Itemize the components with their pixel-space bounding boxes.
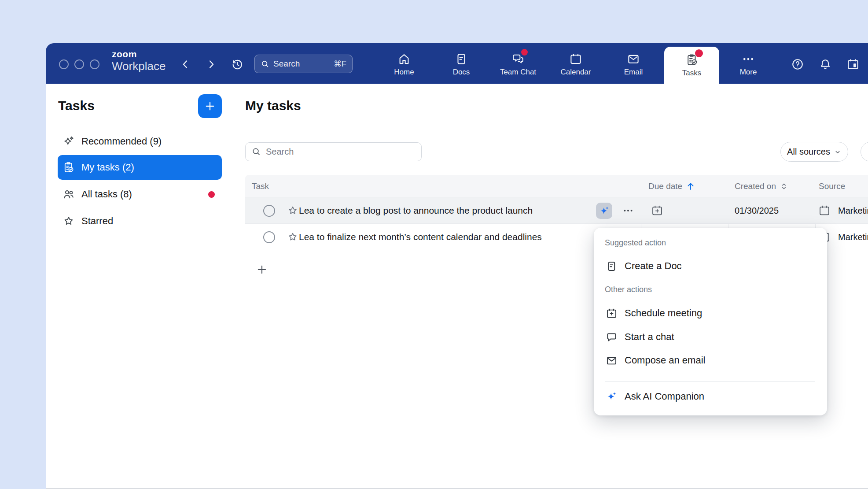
team-chat-badge	[521, 49, 528, 56]
menu-item-start-chat[interactable]: Start a chat	[594, 325, 827, 349]
nav-home[interactable]: Home	[378, 47, 430, 82]
global-search[interactable]: Search ⌘F	[254, 55, 353, 73]
task-title: Lea to finalize next month’s content cal…	[299, 224, 542, 250]
sidebar-item-label: My tasks (2)	[81, 162, 134, 173]
home-icon	[397, 52, 411, 66]
help-icon[interactable]	[791, 58, 804, 71]
zoom-workplace-window: zoom Workplace Search ⌘F Home	[46, 43, 868, 489]
source-value: Marketing	[838, 197, 868, 224]
page-title: My tasks	[245, 98, 301, 113]
chat-bubble-icon	[606, 331, 618, 343]
source-value: Marketing	[838, 224, 868, 250]
window-control-maximize[interactable]	[90, 59, 99, 69]
menu-item-compose-email[interactable]: Compose an email	[594, 348, 827, 372]
star-icon[interactable]	[287, 205, 298, 216]
nav-docs[interactable]: Docs	[435, 47, 488, 82]
column-header-task: Task	[252, 175, 269, 197]
app-logo: zoom Workplace	[112, 49, 166, 73]
sparkle-icon	[63, 135, 75, 148]
sidebar-item-all-tasks[interactable]: All tasks (8)	[58, 182, 222, 207]
sidebar-item-label: All tasks (8)	[81, 189, 132, 200]
sidebar-item-recommended[interactable]: Recommended (9)	[58, 129, 222, 154]
set-due-date-icon[interactable]	[651, 204, 663, 217]
task-complete-checkbox[interactable]	[263, 231, 275, 243]
sources-filter-dropdown[interactable]: All sources	[780, 142, 848, 162]
back-button[interactable]	[179, 58, 191, 70]
task-actions-context-menu: Suggested action Create a Doc Other acti…	[594, 228, 827, 415]
history-icon[interactable]	[231, 58, 244, 71]
column-header-due-date[interactable]: Due date	[648, 175, 696, 197]
ai-sparkle-icon	[606, 391, 618, 403]
chevron-down-icon	[834, 148, 842, 156]
menu-item-ask-ai-companion[interactable]: Ask AI Companion	[594, 385, 827, 408]
menu-section-label: Suggested action	[605, 235, 666, 251]
ai-companion-button[interactable]	[596, 203, 612, 219]
add-task-button[interactable]	[198, 94, 222, 118]
menu-divider	[605, 381, 815, 382]
sort-ascending-arrow-icon[interactable]	[685, 181, 696, 192]
star-icon[interactable]	[287, 231, 298, 243]
more-actions-icon[interactable]	[622, 204, 634, 217]
logo-workplace: Workplace	[112, 59, 166, 73]
task-search	[245, 142, 422, 161]
star-icon	[63, 215, 75, 227]
forward-button[interactable]	[205, 58, 217, 70]
mini-calendar-icon[interactable]	[846, 58, 860, 71]
ai-sparkle-icon	[599, 205, 610, 217]
team-chat-icon	[511, 52, 525, 66]
notifications-bell-icon[interactable]	[819, 58, 832, 71]
clipboard-check-icon	[63, 161, 75, 174]
nav-email[interactable]: Email	[607, 47, 660, 82]
logo-zoom: zoom	[112, 49, 166, 59]
menu-section-label: Other actions	[605, 282, 652, 297]
search-icon	[261, 59, 269, 68]
search-icon	[251, 147, 261, 156]
docs-icon	[455, 52, 468, 66]
sort-toggle-icon[interactable]	[779, 182, 789, 191]
sidebar-item-label: Recommended (9)	[81, 136, 162, 147]
nav-tasks-active-tab[interactable]: Tasks	[664, 47, 719, 84]
window-control-close[interactable]	[59, 59, 69, 69]
topbar: zoom Workplace Search ⌘F Home	[46, 43, 868, 84]
sidebar-title: Tasks	[58, 98, 95, 113]
people-icon	[63, 188, 75, 200]
more-icon	[742, 52, 755, 66]
tasks-badge	[695, 49, 703, 57]
nav-calendar[interactable]: Calendar	[549, 47, 602, 82]
created-on-value: 01/30/2025	[735, 197, 779, 224]
task-complete-checkbox[interactable]	[263, 205, 275, 217]
task-search-input[interactable]	[245, 142, 422, 161]
search-shortcut: ⌘F	[334, 59, 346, 69]
source-calendar-icon	[818, 204, 831, 217]
table-header: Task Due date Created on Source	[245, 175, 868, 197]
sidebar-item-label: Starred	[81, 215, 113, 227]
window-control-minimize[interactable]	[74, 59, 84, 69]
task-title: Lea to create a blog post to announce th…	[299, 197, 533, 224]
global-search-placeholder: Search	[273, 59, 300, 69]
menu-item-schedule-meeting[interactable]: Schedule meeting	[594, 301, 827, 325]
email-icon	[627, 52, 640, 66]
sidebar-item-starred[interactable]: Starred	[58, 209, 222, 233]
main-content: My tasks All sources Task Due date	[234, 84, 868, 489]
menu-item-create-doc[interactable]: Create a Doc	[594, 254, 827, 278]
column-header-source: Source	[819, 175, 845, 197]
task-row[interactable]: Lea to create a blog post to announce th…	[245, 197, 868, 224]
doc-icon	[606, 260, 618, 272]
tasks-icon	[685, 53, 699, 67]
tasks-sidebar: Tasks Recommended (9) My tasks (2) All t…	[46, 84, 234, 489]
filter-dropdown-partial[interactable]	[861, 142, 868, 162]
nav-team-chat[interactable]: Team Chat	[492, 47, 544, 82]
all-tasks-badge	[208, 191, 215, 198]
column-header-created-on[interactable]: Created on	[735, 175, 789, 197]
calendar-icon	[569, 52, 582, 66]
calendar-plus-icon	[606, 307, 618, 319]
email-icon	[606, 355, 618, 367]
nav-more[interactable]: More	[722, 47, 775, 82]
add-task-inline-button[interactable]	[256, 264, 268, 275]
sidebar-item-my-tasks[interactable]: My tasks (2)	[58, 155, 222, 180]
